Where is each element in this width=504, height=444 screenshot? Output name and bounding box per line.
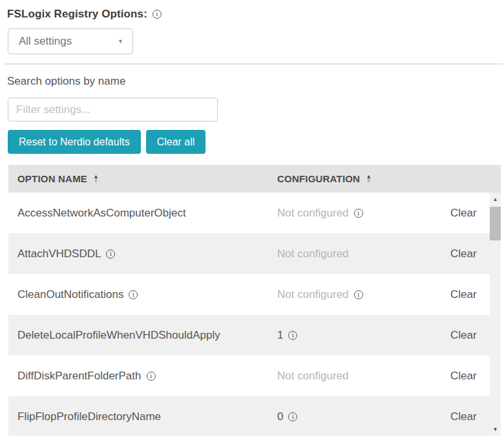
clear-button[interactable]: Clear (450, 329, 477, 342)
table-row: AccessNetworkAsComputerObject i Not conf… (8, 193, 490, 233)
page-title: FSLogix Registry Options: (7, 8, 147, 21)
config-cell: Not configured i (268, 288, 441, 301)
table-row: FlipFlopProfileDirectoryName i 0 i Clear (8, 396, 490, 436)
config-cell: Not configured i (268, 248, 441, 260)
config-cell: 0 i (268, 410, 441, 423)
search-label: Search options by name (7, 75, 504, 88)
config-info-icon[interactable]: i (354, 209, 363, 218)
fslogix-registry-options-panel: FSLogix Registry Options: i All settings… (0, 0, 504, 444)
config-value-text: Not configured (277, 207, 349, 220)
registry-options-table: OPTION NAME ▲▼ CONFIGURATION ▲▼ AccessNe… (8, 165, 501, 436)
option-name-cell: AttachVHDSDDL i (8, 248, 268, 260)
column-header-option-name[interactable]: OPTION NAME ▲▼ (8, 173, 268, 184)
column-header-configuration[interactable]: CONFIGURATION ▲▼ (268, 173, 441, 184)
reset-to-defaults-button[interactable]: Reset to Nerdio defaults (8, 130, 141, 154)
action-cell: Clear (441, 248, 490, 260)
config-info-icon[interactable]: i (288, 412, 297, 421)
table-body-viewport: AccessNetworkAsComputerObject i Not conf… (8, 193, 501, 436)
sort-icon: ▲▼ (366, 174, 372, 184)
column-header-label: CONFIGURATION (277, 173, 360, 184)
column-header-label: OPTION NAME (17, 173, 87, 184)
config-cell: 1 i (268, 329, 441, 342)
chevron-down-icon: ▼ (118, 38, 123, 45)
section-divider (5, 63, 503, 65)
option-info-icon[interactable]: i (147, 372, 156, 381)
table-row: CleanOutNotifications i Not configured i… (8, 274, 490, 315)
option-name-text: DeleteLocalProfileWhenVHDShouldApply (17, 329, 220, 342)
scrollbar-thumb[interactable] (490, 207, 501, 240)
toolbar: Reset to Nerdio defaults Clear all (8, 130, 504, 154)
table-row: DiffDiskParentFolderPath i Not configure… (8, 355, 490, 396)
option-name-text: DiffDiskParentFolderPath (17, 370, 142, 383)
option-name-cell: DeleteLocalProfileWhenVHDShouldApply i (8, 329, 268, 342)
config-value-text: Not configured (277, 370, 349, 383)
option-name-cell: AccessNetworkAsComputerObject i (8, 207, 268, 220)
clear-button[interactable]: Clear (450, 207, 477, 220)
action-cell: Clear (441, 207, 490, 220)
option-name-cell: CleanOutNotifications i (8, 288, 268, 301)
config-value-text: Not configured (277, 288, 349, 301)
option-name-text: AttachVHDSDDL (17, 248, 101, 260)
action-cell: Clear (441, 370, 490, 383)
panel-header: FSLogix Registry Options: i (7, 6, 504, 22)
option-name-cell: FlipFlopProfileDirectoryName i (8, 410, 268, 423)
option-name-text: FlipFlopProfileDirectoryName (17, 410, 161, 423)
option-info-icon[interactable]: i (106, 249, 115, 259)
filter-settings-input[interactable] (8, 98, 218, 122)
table-row: AttachVHDSDDL i Not configured i Clear (8, 233, 490, 274)
table-row: DeleteLocalProfileWhenVHDShouldApply i 1… (8, 315, 490, 355)
table-body: AccessNetworkAsComputerObject i Not conf… (8, 193, 490, 436)
option-name-text: AccessNetworkAsComputerObject (17, 207, 186, 220)
config-info-icon[interactable]: i (288, 331, 297, 340)
settings-filter-dropdown[interactable]: All settings ▼ (8, 28, 133, 54)
scrollbar-down-icon[interactable]: ▼ (490, 424, 501, 434)
clear-button[interactable]: Clear (450, 410, 477, 423)
option-name-text: CleanOutNotifications (17, 288, 123, 301)
option-name-cell: DiffDiskParentFolderPath i (8, 370, 268, 383)
config-cell: Not configured i (268, 370, 441, 383)
config-value-text: Not configured (277, 248, 349, 260)
action-cell: Clear (441, 410, 490, 423)
clear-button[interactable]: Clear (450, 248, 477, 260)
clear-button[interactable]: Clear (450, 288, 477, 301)
option-info-icon[interactable]: i (129, 290, 138, 299)
title-info-icon[interactable]: i (152, 10, 162, 19)
sort-icon: ▲▼ (93, 174, 99, 184)
action-cell: Clear (441, 329, 490, 342)
action-cell: Clear (441, 288, 490, 301)
table-scrollbar[interactable]: ▲ ▼ (490, 193, 501, 436)
scrollbar-up-icon[interactable]: ▲ (490, 194, 501, 204)
config-cell: Not configured i (268, 207, 441, 220)
clear-button[interactable]: Clear (450, 370, 477, 383)
clear-all-button[interactable]: Clear all (146, 130, 206, 154)
table-header: OPTION NAME ▲▼ CONFIGURATION ▲▼ (8, 165, 501, 193)
config-value-text: 1 (277, 329, 283, 342)
config-value-text: 0 (277, 410, 283, 423)
dropdown-selected-value: All settings (19, 35, 72, 48)
config-info-icon[interactable]: i (354, 290, 363, 299)
